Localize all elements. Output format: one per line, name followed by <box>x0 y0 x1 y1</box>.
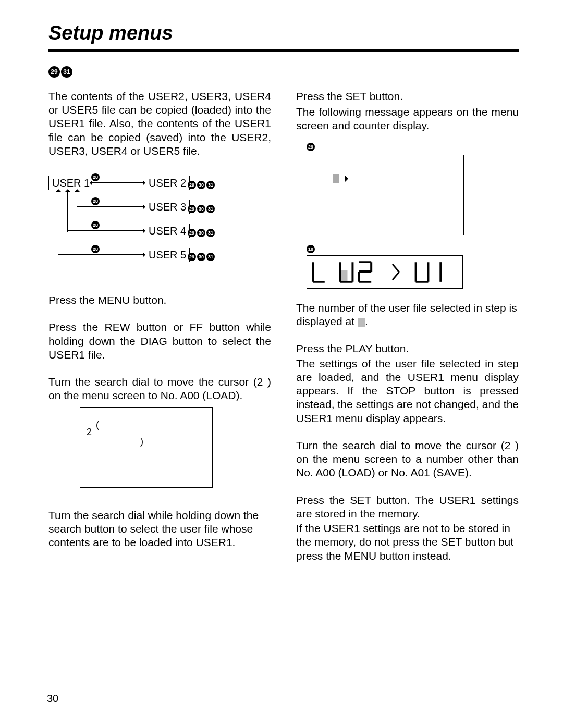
right-column: Press the SET button. The following mess… <box>296 90 519 576</box>
badge-icon: 28 <box>91 173 100 181</box>
user2-box: USER 2 <box>145 176 190 190</box>
step-text: If the USER1 settings are not to be stor… <box>296 522 519 563</box>
step-text: Turn the search dial to move the cursor … <box>296 439 519 480</box>
step-text: Press the SET button. The USER1 settings… <box>296 493 519 521</box>
step-text: Press the REW button or FF button while … <box>48 320 271 362</box>
arrow-line <box>95 230 145 231</box>
arrow-line <box>77 190 77 208</box>
user3-box: USER 3 <box>145 200 190 214</box>
badge-icon: 28 <box>91 221 100 229</box>
left-column: The contents of the USER2, USER3, USER4 … <box>48 90 271 576</box>
user-file-diagram: USER 1 28 USER 2 USER 3 USER 4 USER 5 29… <box>48 171 251 267</box>
intro-text: The contents of the USER2, USER3, USER4 … <box>48 90 271 158</box>
badge-icon: 29 <box>48 66 60 78</box>
user4-box: USER 4 <box>145 224 190 238</box>
step-text: Turn the search dial while holding down … <box>48 509 271 550</box>
badge-icon: 31 <box>206 205 215 213</box>
step-text: The settings of the user file selected i… <box>296 357 519 425</box>
step-text: The number of the user file selected in … <box>296 301 519 329</box>
badge-icon: 29 <box>188 181 196 189</box>
menu-screen-mock: ( 2 ) <box>80 407 213 488</box>
step-text: The following message appears on the men… <box>296 105 519 133</box>
arrow-line <box>95 254 145 255</box>
header-badges: 2931 <box>48 65 519 78</box>
cursor-block-icon <box>333 174 339 183</box>
badge-icon: 29 <box>188 229 196 237</box>
badge-icon: 29 <box>188 253 196 261</box>
row-badges: 293031 <box>188 202 216 215</box>
step-text: Turn the search dial to move the cursor … <box>48 375 271 403</box>
badge-icon: 29 <box>188 205 196 213</box>
badge-icon: 28 <box>91 245 100 253</box>
counter-display <box>307 255 463 289</box>
seven-segment-icon <box>307 259 462 285</box>
arrow-line <box>95 206 145 207</box>
arrow-right-icon <box>345 175 348 182</box>
user5-box: USER 5 <box>145 248 190 262</box>
row-badges: 293031 <box>188 250 216 263</box>
placeholder-box-icon <box>358 318 365 327</box>
arrow-line <box>58 190 58 256</box>
arrow-line <box>67 190 68 232</box>
badge-icon: 30 <box>197 229 205 237</box>
paren-close: ) <box>140 436 143 448</box>
panel-label: 18 <box>307 245 316 253</box>
badge-icon: 31 <box>206 181 215 189</box>
row-badges: 293031 <box>188 226 216 239</box>
page-number: 30 <box>47 692 58 705</box>
step-text: Press the SET button. <box>296 90 519 103</box>
user1-box: USER 1 <box>48 176 93 190</box>
step-text: Press the MENU button. <box>48 293 271 307</box>
text-span: . <box>365 315 368 327</box>
page-title: Setup menus <box>48 21 519 46</box>
badge-icon: 30 <box>197 253 205 261</box>
badge-icon: 29 <box>307 143 315 151</box>
paren-open: ( <box>96 419 99 431</box>
divider-thin <box>48 53 519 53</box>
text-span: The number of the user file selected in … <box>296 302 517 327</box>
badge-icon: 31 <box>206 229 215 237</box>
row-badges: 293031 <box>188 178 216 191</box>
badge-icon: 28 <box>91 197 100 205</box>
badge-icon: 31 <box>206 253 215 261</box>
message-panel <box>307 155 464 235</box>
cursor-two: 2 <box>87 426 92 438</box>
arrow-line <box>58 254 95 255</box>
badge-icon: 31 <box>61 66 72 78</box>
divider-thick <box>48 49 519 52</box>
badge-icon: 30 <box>197 181 205 189</box>
panel-label: 29 <box>307 143 316 151</box>
badge-icon: 18 <box>307 245 315 253</box>
cursor-indicator <box>333 174 348 183</box>
badge-icon: 30 <box>197 205 205 213</box>
step-text: Press the PLAY button. <box>296 342 519 355</box>
